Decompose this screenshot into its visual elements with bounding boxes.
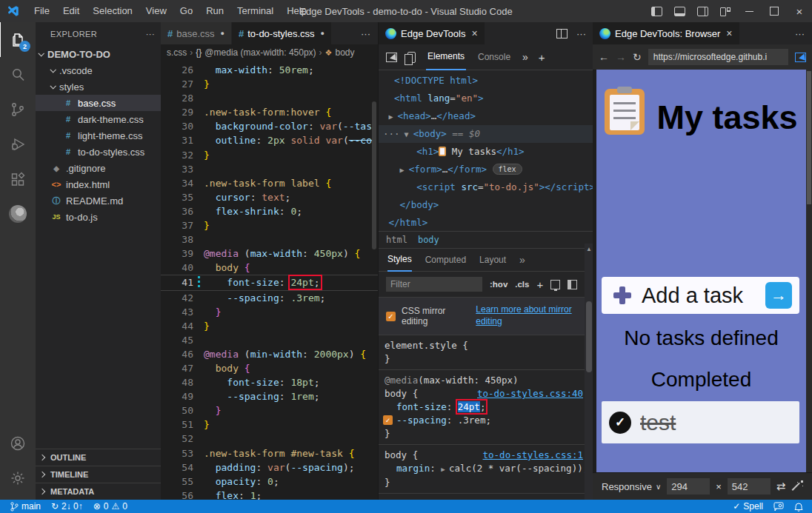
inspect-element-icon[interactable] [386,53,397,62]
more-tools-icon[interactable]: » [522,51,528,63]
code-line-28[interactable]: 28 [161,91,378,105]
menu-terminal[interactable]: Terminal [230,0,280,22]
tab-layout[interactable]: Layout [479,249,506,271]
magic-wand-icon[interactable] [791,480,803,492]
page-scrollbar[interactable] [806,70,812,473]
close-button[interactable]: × [787,0,812,22]
code-line-47[interactable]: 47 body { [161,361,378,375]
forward-icon[interactable]: → [616,51,626,63]
toggle-sidebar-icon[interactable] [651,7,662,16]
style-rule[interactable]: body {base.css:1font-size: 32pt;font-fam… [379,494,593,500]
editor-scrollbar[interactable] [370,61,378,500]
menu-edit[interactable]: Edit [56,0,86,22]
dom-row[interactable]: </body> [379,196,593,214]
tab-elements[interactable]: Elements [426,44,466,70]
crumb-html[interactable]: html [386,235,407,245]
code-line-48[interactable]: 48 font-size: 18pt; [161,375,378,389]
code-line-52[interactable]: 52 [161,432,378,446]
expand-icon[interactable]: ▶ [441,466,449,473]
back-icon[interactable]: ← [599,51,609,63]
toggle-secondary-sidebar-icon[interactable] [697,7,708,16]
close-tab-icon[interactable]: × [726,27,732,39]
mirror-learn-link[interactable]: Learn more about mirror editing [476,304,586,327]
dom-row[interactable]: <script src="to-do.js"></script> [379,178,593,196]
code-line-35[interactable]: 35 cursor: text; [161,190,378,204]
tree-item-styles[interactable]: styles [36,78,161,95]
code-line-36[interactable]: 36 flex-shrink: 0; [161,204,378,218]
crumb-body[interactable]: body [418,235,439,245]
style-rule[interactable]: body {to-do-styles.css:1margin: ▶ calc(2… [379,445,593,494]
new-style-rule-icon[interactable]: + [536,278,543,291]
device-width-input[interactable] [667,478,710,494]
menu-selection[interactable]: Selection [86,0,139,22]
tree-item-README.md[interactable]: ⓘREADME.md [36,192,161,209]
more-actions-icon[interactable]: ··· [795,28,805,39]
feedback-icon[interactable] [773,502,784,512]
section-metadata[interactable]: METADATA [36,483,161,500]
menu-run[interactable]: Run [199,0,230,22]
add-tool-icon[interactable]: + [539,51,545,64]
tab-edge-devtools[interactable]: Edge DevTools × [379,22,485,44]
tab-to-do-styles-css[interactable]: # to-do-styles.css ● [232,22,332,44]
dom-row[interactable]: ▶ <form>…</form> flex [379,161,593,178]
maximize-button[interactable] [762,0,787,22]
customize-layout-icon[interactable] [720,7,731,16]
tree-item-to-do.js[interactable]: JSto-do.js [36,209,161,225]
breadcrumb-media[interactable]: @media (max-width: 450px) [204,47,316,58]
run-debug-activity-button[interactable] [0,127,36,161]
style-rule[interactable]: @media (max-width: 450px)body {to-do-sty… [379,370,593,445]
style-rule[interactable]: element.style {} [379,335,593,370]
pseudo-state-button[interactable]: :hov [490,280,508,289]
more-actions-icon[interactable]: ··· [361,28,370,39]
section-outline[interactable]: OUTLINE [36,449,161,466]
dom-row[interactable]: </html> [379,214,593,231]
breadcrumb-file[interactable]: s.css [167,47,187,58]
source-control-activity-button[interactable] [0,92,36,127]
style-declaration[interactable]: ✓--spacing: .3rem; [385,414,583,427]
code-line-41[interactable]: 41 font-size: 24pt; [161,275,378,290]
code-line-27[interactable]: 27} [161,77,378,91]
inspect-page-icon[interactable] [795,53,806,62]
tab-console[interactable]: Console [476,44,512,70]
tab-computed[interactable]: Computed [425,249,466,271]
code-line-49[interactable]: 49 --spacing: 1rem; [161,389,378,403]
section-timeline[interactable]: TIMELINE [36,466,161,483]
code-editor[interactable]: 26 max-width: 50rem;27}2829.new-task-for… [161,61,378,500]
code-line-42[interactable]: 42 --spacing: .3rem; [161,291,378,305]
code-line-39[interactable]: 39@media (max-width: 450px) { [161,247,378,261]
tree-item-.gitignore[interactable]: ◆.gitignore [36,160,161,176]
more-panes-icon[interactable]: » [519,254,525,266]
code-line-34[interactable]: 34.new-task-form label { [161,176,378,190]
flex-badge[interactable]: flex [493,164,522,175]
bell-icon[interactable] [794,502,803,512]
style-declaration[interactable]: margin: ▶ calc(2 * var(--spacing)); [385,462,583,476]
code-line-43[interactable]: 43 } [161,305,378,319]
device-mode-select[interactable]: Responsive ∨ [602,481,661,492]
completed-task-item[interactable]: ✓ test [602,401,799,443]
panel-icon[interactable] [568,280,577,289]
reload-icon[interactable]: ↻ [633,51,642,63]
tab-base-css[interactable]: # base.css ● [161,22,232,44]
submit-task-button[interactable]: → [765,282,792,309]
menu-view[interactable]: View [139,0,173,22]
dirty-indicator-icon[interactable]: ● [221,30,224,37]
code-line-30[interactable]: 30 background-color: var(--tas [161,119,378,133]
code-line-50[interactable]: 50 } [161,403,378,418]
settings-button[interactable] [0,460,36,495]
code-line-26[interactable]: 26 max-width: 50rem; [161,63,378,77]
code-line-54[interactable]: 54 padding: var(--spacing); [161,460,378,475]
code-line-31[interactable]: 31 outline: 2px solid var(--co [161,133,378,147]
mirror-checkbox[interactable]: ✓ [386,312,396,321]
more-actions-icon[interactable]: ··· [576,28,586,39]
minimize-button[interactable] [736,0,762,22]
menu-go[interactable]: Go [173,0,199,22]
dom-row[interactable]: <!DOCTYPE html> [379,72,593,90]
extensions-activity-button[interactable] [0,161,36,196]
close-tab-icon[interactable]: × [471,27,477,39]
tab-edge-browser[interactable]: Edge DevTools: Browser × [593,22,740,44]
tree-item-light-theme.css[interactable]: #light-theme.css [36,127,161,144]
search-activity-button[interactable] [0,57,36,92]
code-line-55[interactable]: 55 opacity: 0; [161,475,378,489]
code-line-56[interactable]: 56 flex: 1; [161,489,378,500]
tree-item-index.html[interactable]: <>index.html [36,176,161,192]
